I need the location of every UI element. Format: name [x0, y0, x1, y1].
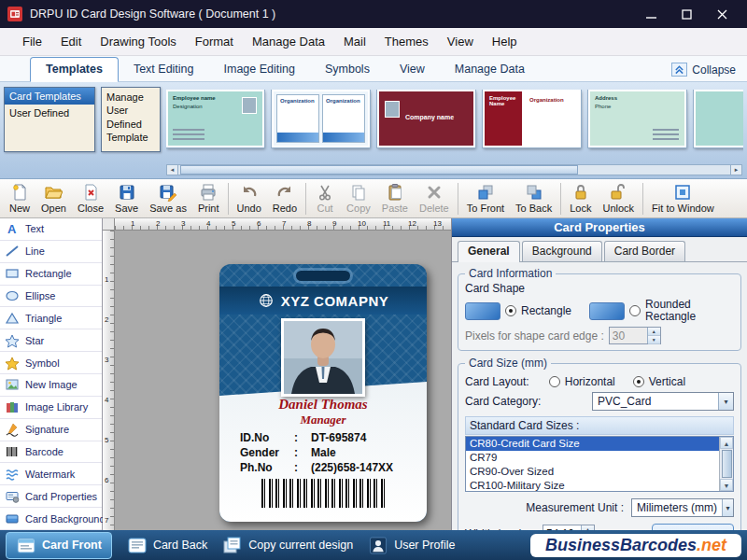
chevron-down-icon[interactable]: ▾	[722, 499, 733, 516]
edge-input[interactable]	[610, 329, 647, 343]
chevron-down-icon[interactable]: ▾	[718, 393, 733, 410]
edge-spinner-buttons[interactable]: ▲▼	[647, 328, 660, 343]
size-option-cr100[interactable]: CR100-Military Size	[466, 479, 733, 493]
close-button[interactable]	[704, 0, 740, 28]
tool-barcode[interactable]: Barcode	[0, 441, 102, 464]
tool-watermark[interactable]: Watermark	[0, 463, 102, 485]
card-templates-item[interactable]: Card Templates	[5, 88, 94, 105]
gallery-scrollbar[interactable]: ◂ ▸	[166, 164, 742, 175]
toolbar-undo-button[interactable]: Undo	[232, 181, 267, 216]
tab-general[interactable]: General	[458, 241, 520, 262]
user-defined-item[interactable]: User Defined	[5, 105, 94, 121]
scroll-up-icon[interactable]: ▲	[720, 437, 733, 449]
app-icon	[7, 7, 22, 21]
size-option-cr90[interactable]: CR90-Over Sized	[466, 465, 733, 479]
menu-item-manage-data[interactable]: Manage Data	[243, 35, 334, 49]
horizontal-radio[interactable]	[549, 376, 560, 387]
tool-new-image[interactable]: New Image	[0, 374, 102, 397]
toolbar-lock-button[interactable]: Lock	[564, 181, 597, 216]
tool-card-properties[interactable]: Card Properties	[0, 485, 102, 508]
collapse-button[interactable]: Collapse	[671, 63, 736, 81]
toolbar-save-as-button[interactable]: Save as	[144, 181, 192, 216]
card-category-select[interactable]: PVC_Card ▾	[592, 392, 734, 411]
tab-card-border[interactable]: Card Border	[604, 241, 685, 261]
get-size-from-printer-button[interactable]: Get size from Printer	[652, 524, 734, 530]
size-option-cr80[interactable]: CR80-Credit Card Size	[466, 437, 733, 451]
template-thumbnail-2[interactable]: Organization Organization	[272, 90, 370, 147]
toolbar-redo-button[interactable]: Redo	[267, 181, 303, 216]
fit-to-window-button[interactable]: Fit to Window	[646, 181, 720, 216]
standard-sizes-listbox[interactable]: CR80-Credit Card Size CR79 CR90-Over Siz…	[465, 436, 734, 492]
menu-item-help[interactable]: Help	[483, 35, 527, 49]
menu-item-file[interactable]: File	[13, 35, 51, 49]
id-card-preview[interactable]: XYZ COMAPNY Daniel Thomas	[219, 264, 427, 522]
rounded-shape-swatch[interactable]	[589, 302, 625, 320]
card-front-button[interactable]: Card Front	[6, 532, 112, 559]
menu-item-mail[interactable]: Mail	[334, 35, 375, 49]
tool-triangle[interactable]: Triangle	[0, 307, 102, 329]
toolbar-paste-button[interactable]: Paste	[376, 181, 414, 216]
menu-item-format[interactable]: Format	[186, 35, 243, 49]
scroll-left-icon[interactable]: ◂	[166, 164, 178, 175]
menu-item-drawing-tools[interactable]: Drawing Tools	[91, 35, 185, 49]
card-back-button[interactable]: Card Back	[127, 536, 207, 555]
tab-templates[interactable]: Templates	[30, 57, 119, 82]
tool-star[interactable]: Star	[0, 329, 102, 352]
vertical-radio[interactable]	[633, 376, 644, 387]
edge-spinner[interactable]: ▲▼	[609, 327, 661, 344]
tool-image-library[interactable]: Image Library	[0, 397, 102, 419]
maximize-button[interactable]	[669, 0, 704, 28]
scroll-right-icon[interactable]: ▸	[730, 164, 742, 175]
toolbar-open-button[interactable]: Open	[35, 181, 72, 216]
toolbar-save-button[interactable]: Save	[109, 181, 144, 216]
tab-view[interactable]: View	[385, 58, 440, 81]
toolbar-cut-button[interactable]: Cut	[309, 181, 341, 216]
toolbar-unlock-button[interactable]: Unlock	[597, 181, 640, 216]
toolbar-copy-button[interactable]: Copy	[341, 181, 376, 216]
measurement-unit-select[interactable]: Milimeters (mm) ▾	[631, 498, 734, 517]
rectangle-shape-swatch[interactable]	[465, 302, 500, 320]
tab-image-editing[interactable]: Image Editing	[209, 58, 310, 81]
template-thumbnail-4[interactable]: Employee Name Organization	[483, 90, 581, 147]
ph-no-value: (225)658-147XX	[311, 461, 419, 474]
tool-line[interactable]: Line	[0, 241, 102, 263]
tool-signature[interactable]: Signature	[0, 419, 102, 441]
tool-card-background[interactable]: Card Background	[0, 508, 102, 530]
toolbar-delete-button[interactable]: Delete	[414, 181, 455, 216]
manage-template-button[interactable]: Manage User Defined Template	[101, 87, 161, 152]
toolbar-new-button[interactable]: New	[4, 181, 35, 216]
listbox-scrollbar[interactable]: ▲ ▼	[719, 437, 733, 491]
toolbar-print-button[interactable]: Print	[192, 181, 225, 216]
tool-rectangle[interactable]: Rectangle	[0, 263, 102, 286]
size-option-cr79[interactable]: CR79	[466, 451, 733, 465]
tab-symbols[interactable]: Symbols	[310, 58, 385, 81]
tab-background[interactable]: Background	[522, 241, 602, 261]
listbox-scroll-thumb[interactable]	[722, 450, 732, 478]
scroll-down-icon[interactable]: ▼	[720, 479, 733, 491]
toolbar-close-button[interactable]: Close	[72, 181, 109, 216]
toolbar-to-back-button[interactable]: To Back	[510, 181, 557, 216]
tab-text-editing[interactable]: Text Editing	[119, 58, 209, 81]
menu-item-edit[interactable]: Edit	[51, 35, 91, 49]
tab-manage-data[interactable]: Manage Data	[440, 58, 540, 81]
rounded-rectangle-radio[interactable]	[629, 305, 641, 316]
tool-ellipse[interactable]: Ellipse	[0, 286, 102, 308]
template-thumbnail-5[interactable]: Address Phone	[588, 90, 686, 147]
card-templates-panel[interactable]: Card Templates User Defined	[4, 87, 95, 152]
tool-text[interactable]: AText	[0, 218, 102, 241]
new-image-icon	[5, 377, 20, 392]
scrollbar-track[interactable]	[178, 164, 730, 175]
copy-design-button[interactable]: Copy current design	[222, 536, 353, 555]
menu-item-view[interactable]: View	[438, 35, 483, 49]
menu-item-themes[interactable]: Themes	[375, 35, 438, 49]
tool-symbol[interactable]: Symbol	[0, 352, 102, 374]
rectangle-radio[interactable]	[505, 305, 516, 316]
minimize-button[interactable]	[633, 0, 669, 28]
user-profile-button[interactable]: User Profile	[368, 536, 455, 555]
template-thumbnail-1[interactable]: Employee name Designation	[166, 90, 264, 147]
scrollbar-thumb[interactable]	[180, 165, 578, 175]
toolbar-to-front-button[interactable]: To Front	[461, 181, 510, 216]
design-canvas[interactable]: XYZ COMAPNY Daniel Thomas	[115, 231, 451, 530]
template-thumbnail-6[interactable]	[694, 90, 743, 147]
template-thumbnail-3[interactable]: Company name	[377, 90, 475, 147]
